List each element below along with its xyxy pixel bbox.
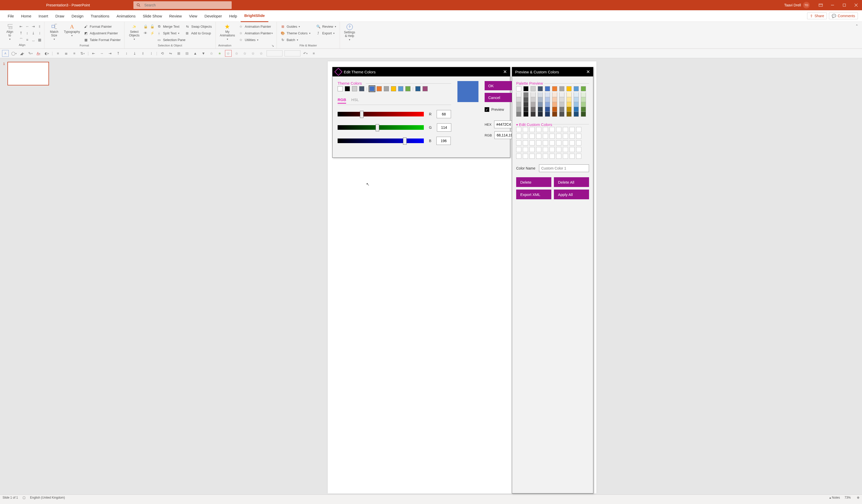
custom-swatch[interactable]	[530, 147, 535, 152]
palette-swatch[interactable]	[531, 86, 536, 91]
palette-swatch[interactable]	[538, 92, 543, 97]
custom-swatch[interactable]	[523, 140, 528, 145]
qa-back-icon[interactable]: ▼	[200, 50, 207, 56]
palette-swatch[interactable]	[538, 112, 543, 117]
split-text-button[interactable]: ⟊Split Text ▾	[156, 30, 180, 36]
tab-slideshow[interactable]: Slide Show	[139, 10, 166, 22]
qa-forward-icon[interactable]: ▲	[192, 50, 198, 56]
custom-swatch[interactable]	[516, 140, 521, 145]
palette-swatch[interactable]	[531, 92, 536, 97]
palette-swatch[interactable]	[552, 102, 557, 107]
palette-swatch[interactable]	[581, 102, 586, 107]
qa-al-mid-icon[interactable]: ↕	[123, 50, 130, 56]
slide[interactable]: Edit Theme Colors ✕ Theme Colors || RGB …	[328, 61, 597, 493]
avatar[interactable]: TD	[803, 2, 810, 9]
palette-swatch[interactable]	[552, 107, 557, 112]
qa-group-icon[interactable]: ⊞	[176, 50, 182, 56]
palette-swatch[interactable]	[545, 86, 550, 91]
custom-swatch[interactable]	[530, 140, 535, 145]
palette-swatch[interactable]	[531, 107, 536, 112]
utilities-button[interactable]: ☆Utilities ▾	[237, 37, 274, 43]
qa-textbox-icon[interactable]: A	[2, 50, 9, 57]
tab-transitions[interactable]: Transitions	[87, 10, 113, 22]
tab-animations[interactable]: Animations	[113, 10, 139, 22]
palette-swatch[interactable]	[516, 112, 521, 117]
palette-swatch[interactable]	[566, 112, 572, 117]
theme-swatch[interactable]	[398, 86, 403, 91]
tab-design[interactable]: Design	[68, 10, 87, 22]
palette-swatch[interactable]	[574, 97, 579, 102]
settings-help-button[interactable]: ? Settings & Help▾	[342, 23, 357, 42]
ribbon-options-icon[interactable]	[815, 0, 826, 10]
theme-swatch[interactable]	[352, 86, 357, 91]
qa-ungroup-icon[interactable]: ⊟	[184, 50, 190, 56]
custom-swatch[interactable]	[530, 154, 535, 159]
theme-swatch[interactable]	[338, 86, 343, 91]
custom-swatch[interactable]	[570, 127, 575, 132]
qa-undo-icon[interactable]: ↶▾	[302, 50, 309, 56]
theme-swatch[interactable]	[377, 86, 382, 91]
qa-star7-icon[interactable]: ☆	[258, 50, 264, 56]
custom-swatch[interactable]	[563, 154, 568, 159]
align-to-button[interactable]: Align to▾	[3, 23, 17, 41]
custom-swatch[interactable]	[570, 147, 575, 152]
distribute-h-icon[interactable]: ⫴	[36, 23, 42, 29]
palette-swatch[interactable]	[545, 102, 550, 107]
export-button[interactable]: ⤴Export ▾	[315, 30, 337, 36]
add-to-group-button[interactable]: ⊞Add to Group	[184, 30, 212, 36]
search-input[interactable]	[144, 3, 190, 8]
color-name-input[interactable]	[539, 164, 589, 172]
qa-al-right-icon[interactable]: ⇥	[107, 50, 113, 56]
palette-swatch[interactable]	[516, 102, 521, 107]
align-grid-icon[interactable]: ▦	[36, 37, 42, 43]
delete-all-button[interactable]: Delete All	[554, 177, 589, 187]
distribute-v-icon[interactable]: ⫶	[36, 30, 42, 36]
palette-swatch[interactable]	[552, 86, 557, 91]
align-text-mid-icon[interactable]: ≡	[24, 37, 30, 43]
tab-rgb[interactable]: RGB	[338, 97, 346, 104]
palette-swatch[interactable]	[523, 107, 528, 112]
slide-thumbnail[interactable]	[8, 62, 49, 85]
export-xml-button[interactable]: Export XML	[516, 189, 551, 199]
palette-swatch[interactable]	[581, 92, 586, 97]
maximize-button[interactable]	[838, 0, 850, 10]
palette-swatch[interactable]	[523, 86, 528, 91]
custom-swatch[interactable]	[556, 127, 561, 132]
qa-al-bot-icon[interactable]: ⤓	[132, 50, 138, 56]
apply-all-button[interactable]: Apply All	[554, 189, 589, 199]
palette-swatch[interactable]	[559, 97, 564, 102]
qa-font-color-icon[interactable]: A▾	[36, 50, 42, 56]
tab-help[interactable]: Help	[225, 10, 241, 22]
palette-swatch[interactable]	[574, 107, 579, 112]
custom-swatch[interactable]	[570, 154, 575, 159]
custom-swatch[interactable]	[570, 140, 575, 145]
notes-button[interactable]: ▴ Notes	[830, 496, 840, 499]
palette-swatch[interactable]	[516, 97, 521, 102]
custom-swatch[interactable]	[536, 127, 541, 132]
match-size-button[interactable]: Match Size▾	[47, 23, 61, 41]
theme-swatch[interactable]	[345, 86, 350, 91]
custom-swatch[interactable]	[549, 147, 555, 152]
align-center-icon[interactable]: ↔	[24, 23, 30, 29]
custom-swatch[interactable]	[563, 127, 568, 132]
qa-star4-icon[interactable]: ☆	[234, 50, 240, 56]
slider-r[interactable]	[338, 112, 424, 117]
custom-swatch[interactable]	[543, 134, 548, 139]
palette-swatch[interactable]	[523, 97, 528, 102]
align-text-bot-icon[interactable]: ⎵	[30, 37, 36, 43]
qa-align-center-icon[interactable]: ≣	[63, 50, 69, 56]
custom-swatch[interactable]	[576, 147, 582, 152]
theme-swatch[interactable]	[384, 86, 389, 91]
tab-brightslide[interactable]: BrightSlide	[241, 10, 268, 22]
qa-dist-h-icon[interactable]: ⫴	[140, 50, 146, 56]
palette-swatch[interactable]	[566, 107, 572, 112]
qa-al-cent-icon[interactable]: ↔	[99, 50, 105, 56]
custom-swatch[interactable]	[549, 140, 555, 145]
custom-swatch[interactable]	[563, 140, 568, 145]
palette-swatch[interactable]	[559, 86, 564, 91]
user-name[interactable]: Taavi Drell	[784, 3, 801, 7]
animation-painter-button[interactable]: ☆Animation Painter	[237, 23, 274, 29]
qa-rotate-icon[interactable]: ⟲	[159, 50, 166, 56]
delete-button[interactable]: Delete	[516, 177, 551, 187]
custom-swatch[interactable]	[549, 127, 555, 132]
